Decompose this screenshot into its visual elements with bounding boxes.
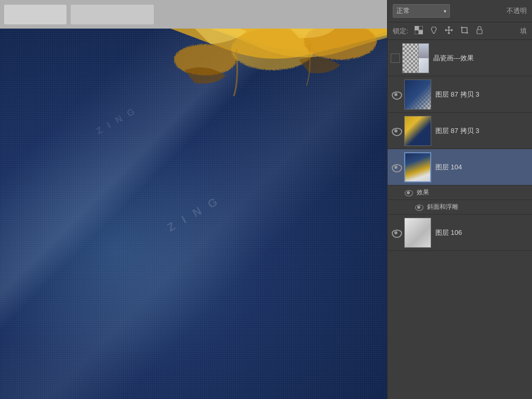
canvas-top-thumbnail-2 (71, 5, 154, 24)
lock-move-button[interactable] (444, 25, 454, 37)
eye-sm-bevel (415, 205, 422, 210)
svg-rect-5 (419, 26, 423, 30)
layers-list[interactable]: 晶瓷画---效果 图层 87 拷贝 3 (388, 40, 532, 399)
eye-icon-104 (392, 164, 400, 170)
blend-mode-arrow: ▾ (444, 8, 446, 14)
layer-sub-effects[interactable]: 效果 (388, 185, 532, 200)
thumb-crystal-bottom (418, 58, 429, 73)
layer-thumbnail-106 (404, 218, 431, 248)
sub-label-bevel: 斜面和浮雕 (427, 203, 458, 211)
lock-row: 锁定: (388, 22, 532, 40)
svg-rect-4 (419, 30, 423, 34)
thumb-crystal-panels (418, 44, 429, 73)
lock-lock-button[interactable] (475, 25, 484, 37)
layer-thumbnail-87-1 (404, 79, 431, 110)
layer-name-crystal: 晶瓷画---效果 (433, 54, 474, 62)
layer-info-106: 图层 106 (435, 228, 529, 237)
layer-item-106[interactable]: 图层 106 (388, 215, 532, 251)
lock-label: 锁定: (393, 26, 408, 36)
main-layout: Z I N G Z I N G 正常 ▾ 不透明 锁定: (0, 0, 532, 399)
layer-visibility-87-1[interactable] (391, 89, 401, 100)
canvas-area: Z I N G Z I N G (0, 0, 387, 399)
layer-name-87-2: 图层 87 拷贝 3 (435, 127, 480, 135)
checkerboard-icon (415, 26, 423, 34)
layer-info-crystal: 晶瓷画---效果 (433, 54, 529, 63)
eye-icon-87-2 (392, 128, 400, 134)
gold-area (138, 29, 387, 174)
layer-thumbnail-104 (404, 152, 431, 182)
layer-info-87-1: 图层 87 拷贝 3 (435, 90, 529, 99)
lock-checkerboard-button[interactable] (414, 25, 424, 37)
fill-label: 填 (520, 26, 527, 36)
layer-info-104: 图层 104 (435, 163, 529, 172)
sub-eye-bevel[interactable] (414, 202, 424, 212)
thumb-transparent (403, 44, 418, 73)
layer-visibility-106[interactable] (391, 228, 401, 238)
canvas-image: Z I N G Z I N G (0, 29, 387, 399)
layer-name-104: 图层 104 (435, 163, 462, 171)
thumb-87-2-content (405, 116, 431, 145)
blend-mode-label: 正常 (396, 6, 410, 16)
lock-brush-button[interactable] (429, 25, 438, 37)
opacity-label: 不透明 (454, 6, 527, 16)
layer-name-87-1: 图层 87 拷贝 3 (435, 90, 480, 98)
canvas-top-thumbnail-1 (4, 5, 66, 24)
thumb-crystal-top (418, 44, 429, 58)
layer-sub-bevel[interactable]: 斜面和浮雕 (388, 200, 532, 215)
eye-icon-87-1 (392, 91, 400, 98)
thumb-104-content (405, 153, 430, 181)
layer-item-87-1[interactable]: 图层 87 拷贝 3 (388, 76, 532, 113)
svg-rect-7 (477, 30, 482, 34)
eye-icon-106 (392, 230, 400, 236)
brush-icon (430, 26, 437, 34)
lock-crop-button[interactable] (459, 25, 470, 37)
blend-mode-row: 正常 ▾ 不透明 (388, 0, 532, 22)
right-panel: 正常 ▾ 不透明 锁定: (387, 0, 532, 399)
layer-item-104[interactable]: 图层 104 (388, 149, 532, 185)
lock-icons (414, 25, 484, 37)
lock-icon (476, 26, 483, 34)
sub-label-effects: 效果 (417, 188, 429, 197)
move-icon (445, 26, 453, 34)
sub-eye-effects[interactable] (403, 188, 414, 198)
thumb-87-1-content (405, 80, 431, 109)
eye-sm-effects (405, 190, 412, 195)
layer-item-crystal[interactable]: 晶瓷画---效果 (388, 40, 532, 76)
svg-rect-6 (415, 30, 419, 34)
thumb-106-content (405, 218, 431, 247)
svg-rect-3 (415, 26, 419, 30)
layer-thumbnail-87-2 (404, 116, 431, 146)
layer-item-87-2[interactable]: 图层 87 拷贝 3 (388, 113, 532, 149)
layer-thumbnail-crystal (402, 43, 429, 73)
layer-visibility-checkbox[interactable] (391, 54, 400, 63)
gold-svg (143, 29, 387, 164)
layer-name-106: 图层 106 (435, 229, 462, 236)
canvas-top-bar (0, 0, 387, 29)
layer-info-87-2: 图层 87 拷贝 3 (435, 126, 529, 136)
crop-icon (460, 26, 469, 34)
blend-mode-select[interactable]: 正常 ▾ (393, 4, 450, 18)
layer-visibility-87-2[interactable] (391, 126, 401, 136)
layer-visibility-104[interactable] (391, 162, 401, 172)
